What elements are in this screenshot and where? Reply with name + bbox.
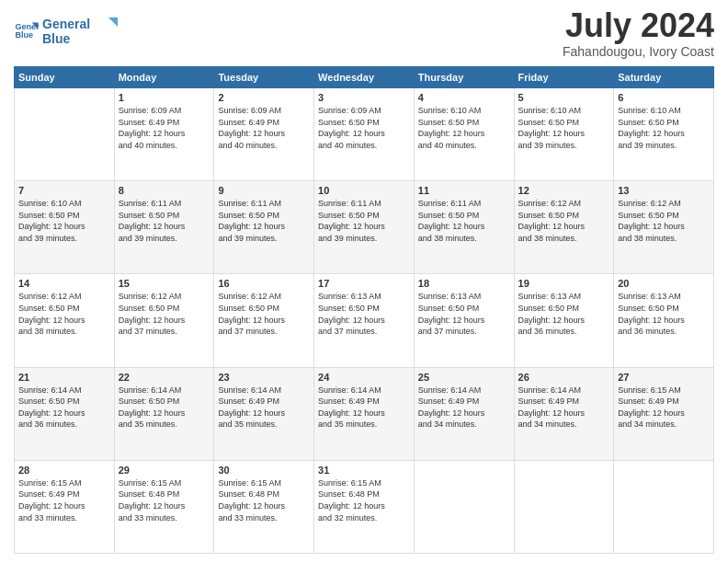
day-number: 9 [218, 185, 310, 196]
day-info: Sunrise: 6:11 AM Sunset: 6:50 PM Dayligh… [119, 198, 210, 244]
day-info: Sunrise: 6:15 AM Sunset: 6:49 PM Dayligh… [18, 477, 110, 523]
title-block: July 2024 Fahandougou, Ivory Coast [563, 9, 714, 59]
day-cell [15, 88, 115, 181]
day-info: Sunrise: 6:14 AM Sunset: 6:49 PM Dayligh… [218, 385, 310, 431]
col-header-monday: Monday [114, 67, 214, 88]
day-info: Sunrise: 6:14 AM Sunset: 6:49 PM Dayligh… [518, 385, 610, 431]
week-row-3: 14Sunrise: 6:12 AM Sunset: 6:50 PM Dayli… [15, 274, 714, 367]
day-number: 25 [418, 372, 510, 383]
day-number: 8 [119, 185, 210, 196]
day-number: 20 [618, 278, 710, 289]
day-number: 14 [18, 278, 110, 289]
col-header-friday: Friday [514, 67, 614, 88]
day-cell: 20Sunrise: 6:13 AM Sunset: 6:50 PM Dayli… [614, 274, 714, 367]
day-number: 3 [318, 92, 410, 103]
day-number: 31 [318, 465, 410, 476]
day-info: Sunrise: 6:11 AM Sunset: 6:50 PM Dayligh… [418, 198, 510, 244]
day-cell: 28Sunrise: 6:15 AM Sunset: 6:49 PM Dayli… [15, 460, 115, 553]
day-number: 29 [119, 465, 210, 476]
day-info: Sunrise: 6:14 AM Sunset: 6:49 PM Dayligh… [418, 385, 510, 431]
day-cell: 16Sunrise: 6:12 AM Sunset: 6:50 PM Dayli… [214, 274, 314, 367]
day-info: Sunrise: 6:12 AM Sunset: 6:50 PM Dayligh… [618, 198, 710, 244]
day-info: Sunrise: 6:11 AM Sunset: 6:50 PM Dayligh… [218, 198, 310, 244]
day-info: Sunrise: 6:15 AM Sunset: 6:48 PM Dayligh… [218, 477, 310, 523]
day-cell: 4Sunrise: 6:10 AM Sunset: 6:50 PM Daylig… [414, 88, 514, 181]
day-number: 11 [418, 185, 510, 196]
col-header-saturday: Saturday [614, 67, 714, 88]
day-cell: 1Sunrise: 6:09 AM Sunset: 6:49 PM Daylig… [114, 88, 214, 181]
day-info: Sunrise: 6:12 AM Sunset: 6:50 PM Dayligh… [518, 198, 610, 244]
day-cell: 21Sunrise: 6:14 AM Sunset: 6:50 PM Dayli… [15, 367, 115, 460]
logo: General Blue General Blue [14, 14, 125, 47]
day-cell: 25Sunrise: 6:14 AM Sunset: 6:49 PM Dayli… [414, 367, 514, 460]
col-header-sunday: Sunday [15, 67, 115, 88]
day-number: 6 [618, 92, 710, 103]
day-cell: 22Sunrise: 6:14 AM Sunset: 6:50 PM Dayli… [114, 367, 214, 460]
day-number: 28 [18, 465, 110, 476]
day-cell [514, 460, 614, 553]
day-number: 1 [119, 92, 210, 103]
week-row-1: 1Sunrise: 6:09 AM Sunset: 6:49 PM Daylig… [15, 88, 714, 181]
day-cell: 11Sunrise: 6:11 AM Sunset: 6:50 PM Dayli… [414, 181, 514, 274]
week-row-5: 28Sunrise: 6:15 AM Sunset: 6:49 PM Dayli… [15, 460, 714, 553]
day-info: Sunrise: 6:15 AM Sunset: 6:49 PM Dayligh… [618, 385, 710, 431]
day-cell: 23Sunrise: 6:14 AM Sunset: 6:49 PM Dayli… [214, 367, 314, 460]
day-cell: 5Sunrise: 6:10 AM Sunset: 6:50 PM Daylig… [514, 88, 614, 181]
header: General Blue General Blue July 2024 Faha… [14, 9, 714, 59]
day-cell: 3Sunrise: 6:09 AM Sunset: 6:50 PM Daylig… [314, 88, 415, 181]
day-number: 21 [18, 372, 110, 383]
logo-text: General Blue [42, 14, 125, 47]
day-cell [614, 460, 714, 553]
day-info: Sunrise: 6:10 AM Sunset: 6:50 PM Dayligh… [518, 105, 610, 151]
month-year-title: July 2024 [563, 9, 714, 42]
calendar-table: SundayMondayTuesdayWednesdayThursdayFrid… [14, 66, 714, 554]
day-cell: 17Sunrise: 6:13 AM Sunset: 6:50 PM Dayli… [314, 274, 415, 367]
page: General Blue General Blue July 2024 Faha… [0, 0, 728, 563]
day-number: 30 [218, 465, 310, 476]
week-row-4: 21Sunrise: 6:14 AM Sunset: 6:50 PM Dayli… [15, 367, 714, 460]
day-cell: 9Sunrise: 6:11 AM Sunset: 6:50 PM Daylig… [214, 181, 314, 274]
day-info: Sunrise: 6:12 AM Sunset: 6:50 PM Dayligh… [18, 291, 110, 337]
day-info: Sunrise: 6:13 AM Sunset: 6:50 PM Dayligh… [618, 291, 710, 337]
col-header-thursday: Thursday [414, 67, 514, 88]
day-info: Sunrise: 6:13 AM Sunset: 6:50 PM Dayligh… [318, 291, 410, 337]
day-info: Sunrise: 6:10 AM Sunset: 6:50 PM Dayligh… [418, 105, 510, 151]
day-number: 10 [318, 185, 410, 196]
day-cell: 2Sunrise: 6:09 AM Sunset: 6:49 PM Daylig… [214, 88, 314, 181]
day-cell: 15Sunrise: 6:12 AM Sunset: 6:50 PM Dayli… [114, 274, 214, 367]
day-cell: 18Sunrise: 6:13 AM Sunset: 6:50 PM Dayli… [414, 274, 514, 367]
day-info: Sunrise: 6:14 AM Sunset: 6:49 PM Dayligh… [318, 385, 410, 431]
day-number: 12 [518, 185, 610, 196]
svg-text:Blue: Blue [42, 31, 71, 46]
day-cell: 13Sunrise: 6:12 AM Sunset: 6:50 PM Dayli… [614, 181, 714, 274]
day-cell: 27Sunrise: 6:15 AM Sunset: 6:49 PM Dayli… [614, 367, 714, 460]
day-cell: 26Sunrise: 6:14 AM Sunset: 6:49 PM Dayli… [514, 367, 614, 460]
day-info: Sunrise: 6:15 AM Sunset: 6:48 PM Dayligh… [119, 477, 210, 523]
day-info: Sunrise: 6:13 AM Sunset: 6:50 PM Dayligh… [518, 291, 610, 337]
day-cell: 19Sunrise: 6:13 AM Sunset: 6:50 PM Dayli… [514, 274, 614, 367]
day-cell: 7Sunrise: 6:10 AM Sunset: 6:50 PM Daylig… [15, 181, 115, 274]
svg-text:Blue: Blue [15, 30, 33, 40]
svg-marker-5 [108, 17, 118, 27]
day-cell: 6Sunrise: 6:10 AM Sunset: 6:50 PM Daylig… [614, 88, 714, 181]
day-info: Sunrise: 6:11 AM Sunset: 6:50 PM Dayligh… [318, 198, 410, 244]
day-info: Sunrise: 6:12 AM Sunset: 6:50 PM Dayligh… [119, 291, 210, 337]
day-number: 26 [518, 372, 610, 383]
day-cell: 24Sunrise: 6:14 AM Sunset: 6:49 PM Dayli… [314, 367, 415, 460]
day-info: Sunrise: 6:09 AM Sunset: 6:50 PM Dayligh… [318, 105, 410, 151]
day-number: 27 [618, 372, 710, 383]
day-number: 18 [418, 278, 510, 289]
day-number: 17 [318, 278, 410, 289]
day-number: 24 [318, 372, 410, 383]
col-header-tuesday: Tuesday [214, 67, 314, 88]
header-row: SundayMondayTuesdayWednesdayThursdayFrid… [15, 67, 714, 88]
col-header-wednesday: Wednesday [314, 67, 415, 88]
day-cell: 30Sunrise: 6:15 AM Sunset: 6:48 PM Dayli… [214, 460, 314, 553]
day-info: Sunrise: 6:14 AM Sunset: 6:50 PM Dayligh… [119, 385, 210, 431]
day-cell: 14Sunrise: 6:12 AM Sunset: 6:50 PM Dayli… [15, 274, 115, 367]
day-number: 5 [518, 92, 610, 103]
day-info: Sunrise: 6:12 AM Sunset: 6:50 PM Dayligh… [218, 291, 310, 337]
week-row-2: 7Sunrise: 6:10 AM Sunset: 6:50 PM Daylig… [15, 181, 714, 274]
day-number: 15 [119, 278, 210, 289]
day-number: 13 [618, 185, 710, 196]
